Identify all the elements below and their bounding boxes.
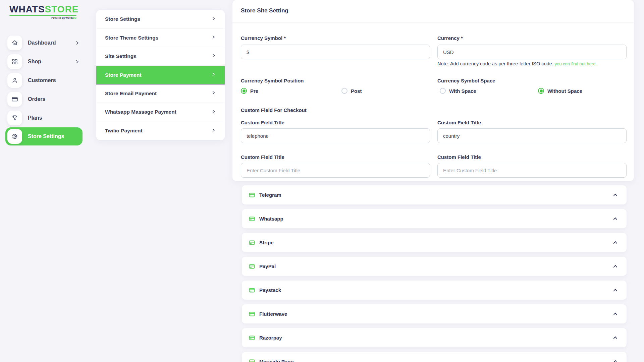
submenu-item-store-email-payment[interactable]: Store Email Payment [96, 84, 225, 103]
payment-card-icon [249, 263, 255, 270]
chevron-up-icon[interactable] [612, 239, 619, 246]
custom-field-input-2[interactable] [437, 128, 627, 143]
submenu-item-label: Store Payment [105, 72, 142, 78]
chevron-up-icon[interactable] [612, 216, 619, 222]
accordion-label: Stripe [259, 240, 612, 245]
page-title: Store Site Setting [241, 7, 288, 14]
chevron-up-icon[interactable] [612, 192, 619, 198]
accordion-paypal[interactable]: PayPal [242, 257, 627, 276]
submenu-item-whatsapp-massage-payment[interactable]: Whatsapp Massage Payment [96, 103, 225, 121]
header-divider [232, 22, 634, 22]
payment-card-icon [249, 216, 255, 222]
chevron-up-icon[interactable] [612, 311, 619, 317]
accordion-label: Razorpay [259, 335, 612, 341]
custom-field-input-1[interactable] [241, 128, 430, 143]
sidebar: WHATSSTORE Powered By WORKDO Dashboard [0, 0, 87, 362]
radio-circle-icon[interactable] [440, 88, 446, 94]
accordion-label: Paystack [259, 287, 612, 293]
submenu-item-label: Twilio Payment [105, 128, 143, 134]
custom-field-title-label: Custom Field Title [241, 120, 284, 125]
currency-note-link[interactable]: you can find out here.. [555, 61, 598, 66]
accordion-stripe[interactable]: Stripe [242, 233, 627, 252]
gear-icon [7, 129, 22, 144]
chevron-right-icon [211, 53, 216, 59]
chevron-right-icon [211, 109, 216, 115]
sidebar-item-shop[interactable]: Shop [5, 52, 83, 71]
submenu-item-label: Store Theme Settings [105, 35, 158, 41]
payment-card-icon [249, 335, 255, 341]
accordion-whatsapp[interactable]: Whatsapp [242, 209, 627, 228]
submenu-item-label: Site Settings [105, 53, 137, 59]
brand-logo-underline [9, 15, 76, 16]
brand-word-1: WHATS [9, 4, 45, 14]
brand-logo[interactable]: WHATSSTORE Powered By WORKDO [9, 5, 76, 19]
submenu-item-twilio-payment[interactable]: Twilio Payment [96, 121, 225, 140]
currency-symbol-label: Currency Symbol * [241, 35, 286, 41]
payment-card-icon [249, 239, 255, 246]
accordion-telegram[interactable]: Telegram [242, 185, 627, 204]
accordion-label: Whatsapp [259, 216, 612, 222]
accordion-label: Telegram [259, 192, 612, 198]
accordion-mercado-pago[interactable]: Mercado Pago [242, 352, 627, 362]
payment-card-icon [249, 358, 255, 362]
sidebar-item-label: Orders [28, 96, 80, 102]
currency-symbol-position-label: Currency Symbol Position [241, 78, 304, 83]
sidebar-item-orders[interactable]: Orders [5, 90, 83, 109]
accordion-label: PayPal [259, 263, 612, 269]
sidebar-item-customers[interactable]: Customers [5, 71, 83, 90]
payment-card-icon [249, 287, 255, 294]
currency-symbol-input[interactable] [241, 45, 430, 59]
payment-accordion-list: Telegram Whatsapp Stripe PayPal Paystack… [242, 185, 627, 362]
custom-field-input-4[interactable] [437, 163, 627, 178]
custom-field-input-3[interactable] [241, 163, 430, 178]
radio-label: Pre [250, 88, 258, 94]
sidebar-item-plans[interactable]: Plans [5, 109, 83, 127]
submenu-item-label: Store Settings [105, 16, 140, 22]
home-icon [7, 36, 22, 50]
chevron-right-icon [211, 90, 216, 97]
currency-symbol-space-label: Currency Symbol Space [437, 78, 495, 83]
radio-pre[interactable]: Pre [241, 88, 258, 94]
chevron-right-icon [74, 40, 80, 46]
chevron-right-icon [211, 128, 216, 134]
custom-field-title-label: Custom Field Title [437, 154, 481, 160]
radio-label: Post [351, 88, 362, 94]
accordion-label: Flutterwave [259, 311, 612, 317]
submenu-item-label: Store Email Payment [105, 90, 157, 97]
submenu-item-site-settings[interactable]: Site Settings [96, 47, 225, 66]
accordion-label: Mercado Pago [259, 359, 612, 362]
radio-circle-icon[interactable] [241, 88, 247, 94]
chevron-up-icon[interactable] [612, 358, 619, 362]
chevron-up-icon[interactable] [612, 287, 619, 293]
currency-input[interactable] [437, 45, 627, 59]
brand-powered-by: Powered By WORKDO [9, 17, 76, 19]
radio-post[interactable]: Post [341, 88, 362, 94]
sidebar-item-label: Customers [28, 77, 80, 83]
chevron-up-icon[interactable] [612, 263, 619, 269]
payment-card-icon [249, 192, 255, 198]
radio-without-space[interactable]: Without Space [538, 88, 582, 94]
radio-with-space[interactable]: With Space [440, 88, 476, 94]
accordion-razorpay[interactable]: Razorpay [242, 328, 627, 347]
sidebar-item-store-settings[interactable]: Store Settings [5, 127, 83, 145]
chevron-right-icon [74, 59, 80, 64]
accordion-flutterwave[interactable]: Flutterwave [242, 304, 627, 323]
radio-label: With Space [449, 88, 476, 94]
chevron-up-icon[interactable] [612, 335, 619, 341]
sidebar-item-dashboard[interactable]: Dashboard [5, 34, 83, 52]
radio-label: Without Space [547, 88, 582, 94]
brand-word-2: STORE [45, 4, 79, 14]
submenu-item-label: Whatsapp Massage Payment [105, 109, 176, 115]
custom-field-heading: Custom Field For Checkout [241, 107, 307, 113]
submenu-item-store-theme-settings[interactable]: Store Theme Settings [96, 28, 225, 47]
submenu-item-store-settings[interactable]: Store Settings [96, 10, 225, 28]
radio-circle-icon[interactable] [341, 88, 347, 94]
trophy-icon [7, 111, 22, 125]
accordion-paystack[interactable]: Paystack [242, 281, 627, 300]
user-icon [7, 73, 22, 88]
credit-card-icon [7, 92, 22, 107]
radio-circle-icon[interactable] [538, 88, 544, 94]
chevron-right-icon [211, 72, 216, 78]
sidebar-item-label: Shop [28, 59, 74, 65]
submenu-item-store-payment[interactable]: Store Payment [96, 66, 225, 84]
